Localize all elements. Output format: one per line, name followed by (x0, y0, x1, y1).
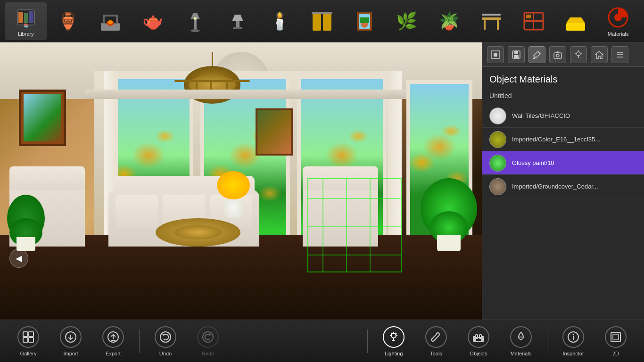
selection-wireframe (307, 178, 402, 272)
toolbar-item-materials[interactable]: Materials (597, 2, 639, 40)
panel-tool-home[interactable] (591, 46, 608, 63)
svg-point-12 (190, 29, 200, 32)
wall-art-right (256, 108, 293, 156)
material-label-imported-color: Imported/Color_E16__1eccf35... (512, 136, 600, 143)
bottom-toolbar: Gallery Import Export Undo Redo Lighting (0, 320, 644, 362)
toolbar-item-lamp-desk[interactable]: 🕯️ (258, 2, 301, 40)
svg-marker-14 (232, 15, 243, 21)
bottom-item-inspector[interactable]: Inspector (552, 322, 594, 360)
panel-toolbar (482, 42, 644, 67)
gallery-label: Gallery (20, 351, 37, 356)
material-name: Untitled (482, 90, 644, 104)
bottom-item-materials[interactable]: Materials (500, 322, 542, 360)
toolbar-item-shelf[interactable] (512, 2, 555, 40)
bottom-sep-1 (139, 329, 140, 353)
right-panel: Object Materials Untitled Wall Tiles/GHI… (482, 42, 644, 320)
svg-rect-56 (29, 337, 33, 342)
panel-tool-transform[interactable] (487, 46, 504, 63)
lamp-desk-icon: 🕯️ (268, 9, 291, 33)
svg-point-9 (108, 20, 113, 24)
tools-icon (425, 326, 447, 348)
material-label-glossy-paint: Glossy paint/10 (512, 159, 554, 166)
2d-icon (605, 326, 627, 348)
toolbar-item-table[interactable] (470, 2, 512, 40)
materials-bottom-icon (510, 326, 532, 348)
panel-tool-camera[interactable] (549, 46, 566, 63)
svg-rect-53 (23, 332, 28, 337)
material-label-wall-tiles: Wall Tiles/GHIACCIO (512, 112, 570, 119)
svg-rect-26 (497, 20, 499, 30)
svg-rect-11 (194, 19, 197, 30)
toolbar-item-vase[interactable]: 🏺 (47, 2, 90, 40)
import-label: Import (63, 351, 78, 356)
toolbar-item-plant2[interactable]: 🪴 (428, 2, 470, 40)
library-label: Library (18, 31, 34, 37)
svg-rect-31 (526, 15, 531, 18)
panel-tool-paint[interactable] (528, 46, 545, 63)
toolbar-item-library[interactable]: 📚 Library (5, 2, 47, 40)
wall-painting-left (19, 90, 66, 146)
material-item-glossy-paint[interactable]: Glossy paint/10 (482, 151, 644, 175)
curtains-icon (310, 9, 334, 33)
bottom-item-tools[interactable]: Tools (415, 322, 457, 360)
toolbar-item-lamp-tall[interactable] (174, 2, 216, 40)
lighting-label: Lighting (385, 351, 403, 356)
panel-tool-save[interactable] (508, 46, 525, 63)
inspector-icon (562, 326, 584, 348)
bottom-item-import[interactable]: Import (50, 322, 92, 360)
panel-tool-light[interactable] (570, 46, 587, 63)
material-item-imported-color[interactable]: Imported/Color_E16__1eccf35... (482, 128, 644, 151)
bottom-item-2d[interactable]: 2D (594, 322, 637, 360)
material-swatch-glossy-paint (489, 155, 506, 172)
undo-icon (155, 326, 176, 348)
svg-rect-18 (323, 12, 331, 31)
bottom-item-gallery[interactable]: Gallery (7, 322, 50, 360)
shelf-icon (522, 9, 545, 33)
toolbar-item-fireplace[interactable] (89, 2, 132, 40)
teapot-icon: 🫖 (141, 9, 165, 33)
svg-line-68 (396, 333, 396, 334)
material-swatch-wall-tiles (489, 107, 506, 124)
svg-rect-40 (514, 55, 519, 58)
svg-rect-42 (533, 58, 535, 59)
toolbar-item-teapot[interactable]: 🫖 (132, 2, 174, 40)
material-item-imported-ground[interactable]: Imported/Groundcover_Cedar... (482, 175, 644, 198)
svg-rect-69 (392, 340, 395, 341)
vase-icon: 🏺 (57, 9, 80, 33)
plant2-icon: 🪴 (437, 9, 461, 33)
bottom-item-redo[interactable]: Redo (187, 322, 229, 360)
panel-title: Object Materials (482, 67, 644, 90)
panel-tool-list[interactable] (611, 46, 628, 63)
svg-point-61 (203, 332, 213, 342)
objects-label: Objects (470, 351, 487, 356)
material-item-wall-tiles[interactable]: Wall Tiles/GHIACCIO (482, 104, 644, 128)
toolbar-item-plant1[interactable]: 🌿 (386, 2, 428, 40)
plant-left (7, 195, 45, 251)
bottom-item-lighting[interactable]: Lighting (372, 322, 415, 360)
crown-molding (85, 90, 406, 99)
toolbar-item-painting[interactable] (343, 2, 386, 40)
svg-marker-33 (566, 17, 585, 23)
room-floor (0, 235, 482, 320)
svg-point-60 (160, 332, 171, 342)
toolbar-item-lamp-small[interactable] (216, 2, 259, 40)
bottom-item-objects[interactable]: Objects (457, 322, 500, 360)
toolbar-item-curtains[interactable] (301, 2, 343, 40)
svg-line-41 (538, 51, 540, 54)
bottom-item-export[interactable]: Export (92, 322, 134, 360)
bottom-item-undo[interactable]: Undo (144, 322, 187, 360)
import-icon (60, 326, 82, 348)
svg-point-78 (573, 334, 574, 335)
bottom-sep-3 (547, 329, 547, 353)
coffee-table (156, 218, 240, 247)
materials-top-label: Materials (608, 31, 629, 37)
plant-right (421, 181, 477, 251)
svg-rect-16 (233, 27, 242, 29)
svg-rect-3 (29, 11, 33, 23)
redo-icon (197, 326, 219, 348)
3d-scene[interactable]: ◀ (0, 42, 482, 320)
tools-label: Tools (430, 351, 442, 356)
material-swatch-imported-ground (489, 178, 506, 195)
nav-arrow[interactable]: ◀ (9, 249, 28, 268)
toolbar-item-platform[interactable] (555, 2, 597, 40)
